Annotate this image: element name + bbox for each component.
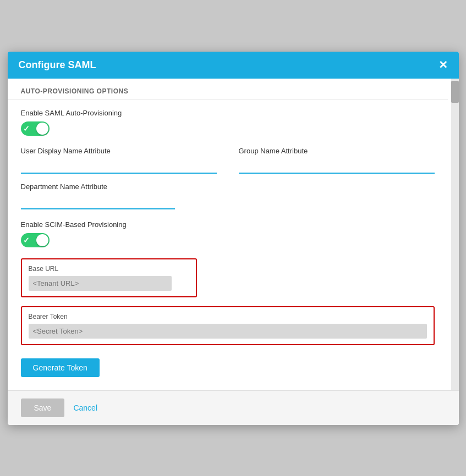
base-url-box: Base URL (21, 258, 197, 297)
scrollbar-track[interactable] (451, 79, 459, 390)
group-name-label: Group Name Attribute (239, 147, 435, 155)
toggle-knob (36, 123, 48, 135)
department-name-group: Department Name Attribute (21, 182, 435, 209)
bearer-token-box: Bearer Token (21, 306, 435, 345)
toggle-scim-check-icon: ✓ (23, 236, 30, 245)
scrollbar-thumb[interactable] (451, 81, 459, 103)
modal-title: Configure SAML (19, 59, 96, 71)
user-display-name-input[interactable] (21, 159, 217, 174)
toggle-scim-knob (36, 234, 48, 246)
enable-saml-toggle[interactable]: ✓ (21, 121, 50, 136)
enable-saml-group: Enable SAML Auto-Provisioning ✓ (21, 109, 435, 136)
user-display-name-label: User Display Name Attribute (21, 147, 217, 155)
save-button[interactable]: Save (21, 398, 65, 417)
toggle-check-icon: ✓ (23, 124, 30, 133)
close-button[interactable]: ✕ (438, 59, 448, 70)
group-name-field: Group Name Attribute (239, 147, 435, 174)
enable-scim-group: Enable SCIM-Based Provisioning ✓ (21, 220, 435, 247)
modal-body: AUTO-PROVISIONING OPTIONS Enable SAML Au… (8, 79, 459, 390)
enable-saml-label: Enable SAML Auto-Provisioning (21, 109, 435, 117)
cancel-button[interactable]: Cancel (73, 403, 97, 412)
bearer-token-input[interactable] (29, 324, 427, 339)
enable-scim-toggle-container: ✓ (21, 233, 435, 247)
department-name-input[interactable] (21, 195, 175, 209)
modal-overlay: Configure SAML ✕ AUTO-PROVISIONING OPTIO… (0, 0, 466, 476)
enable-scim-toggle[interactable]: ✓ (21, 233, 50, 247)
section-content: Enable SAML Auto-Provisioning ✓ User Dis… (8, 100, 448, 390)
generate-token-container: Generate Token (21, 354, 435, 381)
user-display-name-field: User Display Name Attribute (21, 147, 217, 174)
modal-footer: Save Cancel (8, 390, 459, 425)
enable-saml-toggle-container: ✓ (21, 121, 435, 136)
bearer-token-label: Bearer Token (29, 313, 427, 320)
enable-scim-label: Enable SCIM-Based Provisioning (21, 220, 435, 229)
modal-dialog: Configure SAML ✕ AUTO-PROVISIONING OPTIO… (8, 52, 459, 425)
department-name-label: Department Name Attribute (21, 182, 435, 191)
modal-header: Configure SAML ✕ (8, 52, 459, 79)
base-url-input[interactable] (29, 276, 172, 291)
group-name-input[interactable] (239, 159, 435, 174)
generate-token-button[interactable]: Generate Token (21, 358, 100, 377)
section-header: AUTO-PROVISIONING OPTIONS (8, 79, 448, 100)
base-url-label: Base URL (29, 265, 189, 273)
display-group-row: User Display Name Attribute Group Name A… (21, 147, 435, 174)
